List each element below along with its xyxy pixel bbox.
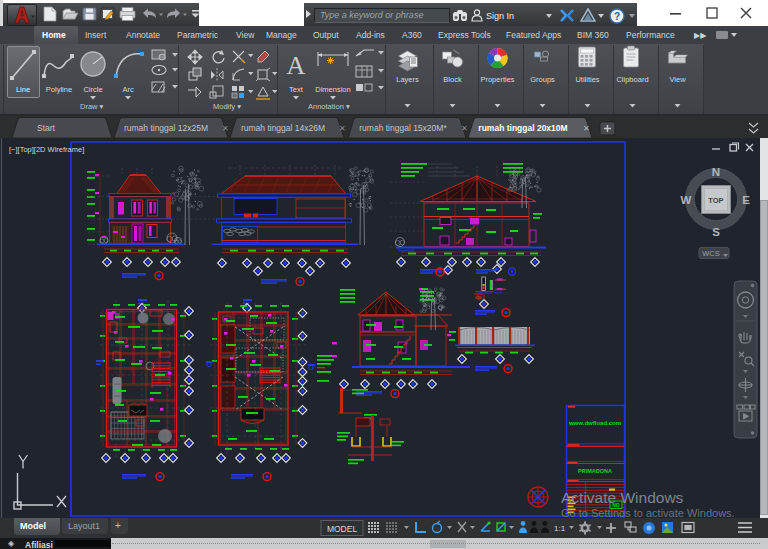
svg-text:www.dwfload.com: www.dwfload.com xyxy=(568,420,621,426)
svg-text:✕: ✕ xyxy=(583,124,590,133)
svg-text:Start: Start xyxy=(37,123,56,133)
svg-text:Dimension: Dimension xyxy=(315,85,350,94)
svg-text:rumah tinggal 14x26M: rumah tinggal 14x26M xyxy=(241,123,325,133)
svg-text:rumah tinggal 20x10M: rumah tinggal 20x10M xyxy=(478,123,567,133)
svg-text:TOP: TOP xyxy=(708,196,723,205)
svg-text:rumah tinggal 15x20M*: rumah tinggal 15x20M* xyxy=(359,123,447,133)
svg-text:PRIMADONA: PRIMADONA xyxy=(578,468,612,474)
svg-text:Arc: Arc xyxy=(122,85,134,94)
svg-text:Clipboard: Clipboard xyxy=(616,75,648,84)
svg-text:Polyline: Polyline xyxy=(46,85,72,94)
svg-text:Properties: Properties xyxy=(480,75,514,84)
svg-text:WCS: WCS xyxy=(702,249,720,258)
svg-text:✕: ✕ xyxy=(339,124,346,133)
svg-text:Go to Settings to activate Win: Go to Settings to activate Windows. xyxy=(561,507,735,519)
svg-text:S: S xyxy=(712,226,720,238)
svg-text:✕: ✕ xyxy=(461,124,468,133)
svg-text:N: N xyxy=(712,166,720,178)
svg-text:View: View xyxy=(669,75,686,84)
svg-text:?: ? xyxy=(614,11,620,22)
svg-text:Layers: Layers xyxy=(396,75,419,84)
svg-text:rumah tinggal 12x25M: rumah tinggal 12x25M xyxy=(124,123,208,133)
svg-text:Line: Line xyxy=(16,85,30,94)
svg-text:[−][Top][2D Wireframe]: [−][Top][2D Wireframe] xyxy=(9,145,84,154)
svg-text:1:1: 1:1 xyxy=(554,524,566,533)
svg-text:Text: Text xyxy=(289,85,304,94)
svg-text:Block: Block xyxy=(443,75,462,84)
svg-text:✕: ✕ xyxy=(222,124,229,133)
svg-text:Utilities: Utilities xyxy=(575,75,599,84)
svg-text:A: A xyxy=(287,51,306,80)
svg-text:W: W xyxy=(681,194,692,206)
svg-text:Activate Windows: Activate Windows xyxy=(561,489,684,506)
svg-text:MODEL: MODEL xyxy=(327,524,358,534)
svg-text:E: E xyxy=(742,194,750,206)
svg-text:Circle: Circle xyxy=(83,85,102,94)
svg-text:Groups: Groups xyxy=(530,75,555,84)
